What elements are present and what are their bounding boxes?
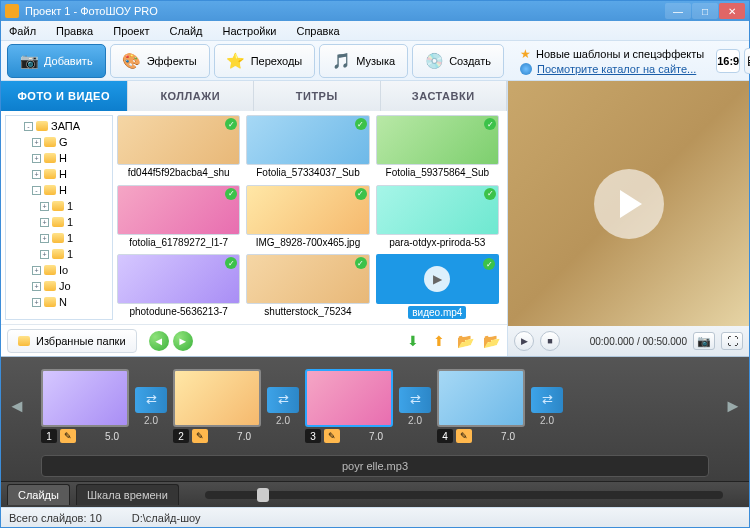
tree-toggle-icon[interactable]: +: [32, 298, 41, 307]
thumbnail[interactable]: ✓Fotolia_57334037_Sub: [246, 115, 369, 179]
tree-toggle-icon[interactable]: +: [32, 282, 41, 291]
transition[interactable]: ⇄2.0: [267, 387, 299, 426]
tree-item[interactable]: +1: [8, 246, 110, 262]
upload-button[interactable]: ⬆: [429, 331, 449, 351]
tree-toggle-icon[interactable]: +: [32, 170, 41, 179]
tab-slides-mode[interactable]: Слайды: [7, 484, 70, 505]
thumbnail[interactable]: ✓▶видео.mp4: [376, 254, 499, 320]
tree-item[interactable]: +H: [8, 166, 110, 182]
thumbnail[interactable]: ✓fotolia_61789272_l1-7: [117, 185, 240, 249]
stop-button[interactable]: ■: [540, 331, 560, 351]
music-button[interactable]: 🎵Музыка: [319, 44, 408, 78]
open-folder1-button[interactable]: 📂: [455, 331, 475, 351]
content-tabs: ФОТО И ВИДЕО КОЛЛАЖИ ТИТРЫ ЗАСТАВКИ: [1, 81, 507, 111]
folder-icon: [52, 217, 64, 227]
time-display: 00:00.000 / 00:50.000: [590, 336, 687, 347]
slide-edit-button[interactable]: ✎: [456, 429, 472, 443]
tree-item[interactable]: -H: [8, 182, 110, 198]
tree-item[interactable]: +G: [8, 134, 110, 150]
menu-slide[interactable]: Слайд: [165, 23, 206, 39]
nav-fwd-button[interactable]: ►: [173, 331, 193, 351]
snapshot-button[interactable]: 📷: [693, 332, 715, 350]
thumbnail[interactable]: ✓fd044f5f92bacba4_shu: [117, 115, 240, 179]
folder-tree[interactable]: -ЗАПА+G+H+H-H+1+1+1+1+Io+Jo+N: [5, 115, 113, 320]
tree-item[interactable]: +Io: [8, 262, 110, 278]
timeline-scroll-left[interactable]: ◄: [7, 386, 27, 426]
tree-item[interactable]: +H: [8, 150, 110, 166]
slide-edit-button[interactable]: ✎: [192, 429, 208, 443]
fullscreen-button[interactable]: ⛶: [721, 332, 743, 350]
tree-toggle-icon[interactable]: -: [24, 122, 33, 131]
tree-toggle-icon[interactable]: +: [40, 234, 49, 243]
thumbnail[interactable]: ✓IMG_8928-700x465.jpg: [246, 185, 369, 249]
preview-play-button[interactable]: [594, 169, 664, 239]
minimize-button[interactable]: —: [665, 3, 691, 19]
close-button[interactable]: ✕: [719, 3, 745, 19]
catalog-link[interactable]: Посмотрите каталог на сайте...: [537, 63, 696, 75]
transition[interactable]: ⇄2.0: [135, 387, 167, 426]
tree-item[interactable]: +1: [8, 198, 110, 214]
tree-item-label: G: [59, 136, 68, 148]
menu-help[interactable]: Справка: [292, 23, 343, 39]
tree-toggle-icon[interactable]: +: [40, 250, 49, 259]
timeline-slide[interactable]: 3✎7.0: [305, 369, 393, 443]
create-button[interactable]: 💿Создать: [412, 44, 504, 78]
maximize-button[interactable]: □: [692, 3, 718, 19]
transition-duration: 2.0: [540, 415, 554, 426]
thumbnail[interactable]: ✓photodune-5636213-7: [117, 254, 240, 320]
nav-back-button[interactable]: ◄: [149, 331, 169, 351]
help-box: ★Новые шаблоны и спецэффекты Посмотрите …: [512, 47, 712, 75]
tree-item[interactable]: -ЗАПА: [8, 118, 110, 134]
favorites-button[interactable]: Избранные папки: [7, 329, 137, 353]
timeline: ◄ ► 1✎5.0⇄2.02✎7.0⇄2.03✎7.0⇄2.04✎7.0⇄2.0…: [1, 357, 749, 507]
audio-track[interactable]: poyr elle.mp3: [41, 455, 709, 477]
transition[interactable]: ⇄2.0: [531, 387, 563, 426]
tree-item[interactable]: +N: [8, 294, 110, 310]
slide-edit-button[interactable]: ✎: [60, 429, 76, 443]
open-folder2-button[interactable]: 📂: [481, 331, 501, 351]
effects-button[interactable]: 🎨Эффекты: [110, 44, 210, 78]
folder-icon: [44, 265, 56, 275]
tab-intros[interactable]: ЗАСТАВКИ: [381, 81, 508, 111]
timeline-slide[interactable]: 1✎5.0: [41, 369, 129, 443]
menu-settings[interactable]: Настройки: [219, 23, 281, 39]
tree-item[interactable]: +1: [8, 230, 110, 246]
timeline-scroll-right[interactable]: ►: [723, 386, 743, 426]
timeline-slide[interactable]: 2✎7.0: [173, 369, 261, 443]
aspect-ratio-button[interactable]: 16:9: [716, 49, 740, 73]
thumbnail[interactable]: ✓shutterstock_75234: [246, 254, 369, 320]
tab-timeline-mode[interactable]: Шкала времени: [76, 484, 179, 505]
folder-icon: [44, 153, 56, 163]
transition[interactable]: ⇄2.0: [399, 387, 431, 426]
menu-edit[interactable]: Правка: [52, 23, 97, 39]
tree-item[interactable]: +1: [8, 214, 110, 230]
thumbnail[interactable]: ✓para-otdyx-priroda-53: [376, 185, 499, 249]
tab-titles[interactable]: ТИТРЫ: [254, 81, 381, 111]
tree-item[interactable]: +Jo: [8, 278, 110, 294]
tab-photo-video[interactable]: ФОТО И ВИДЕО: [1, 81, 128, 111]
transition-icon[interactable]: ⇄: [531, 387, 563, 413]
download-button[interactable]: ⬇: [403, 331, 423, 351]
tree-toggle-icon[interactable]: -: [32, 186, 41, 195]
tree-toggle-icon[interactable]: +: [32, 266, 41, 275]
menu-project[interactable]: Проект: [109, 23, 153, 39]
tree-toggle-icon[interactable]: +: [40, 218, 49, 227]
transition-icon[interactable]: ⇄: [135, 387, 167, 413]
tree-toggle-icon[interactable]: +: [40, 202, 49, 211]
transitions-button[interactable]: ⭐Переходы: [214, 44, 316, 78]
transition-icon[interactable]: ⇄: [399, 387, 431, 413]
zoom-slider[interactable]: [205, 491, 723, 499]
thumbnail[interactable]: ✓Fotolia_59375864_Sub: [376, 115, 499, 179]
timeline-slide[interactable]: 4✎7.0: [437, 369, 525, 443]
monitor-button[interactable]: 🖥: [744, 48, 750, 74]
zoom-thumb[interactable]: [257, 488, 269, 502]
tab-collages[interactable]: КОЛЛАЖИ: [128, 81, 255, 111]
slide-edit-button[interactable]: ✎: [324, 429, 340, 443]
add-button[interactable]: 📷Добавить: [7, 44, 106, 78]
transition-icon[interactable]: ⇄: [267, 387, 299, 413]
transport-bar: ▶ ■ 00:00.000 / 00:50.000 📷 ⛶: [508, 326, 749, 356]
tree-toggle-icon[interactable]: +: [32, 154, 41, 163]
play-button[interactable]: ▶: [514, 331, 534, 351]
menu-file[interactable]: Файл: [5, 23, 40, 39]
tree-toggle-icon[interactable]: +: [32, 138, 41, 147]
